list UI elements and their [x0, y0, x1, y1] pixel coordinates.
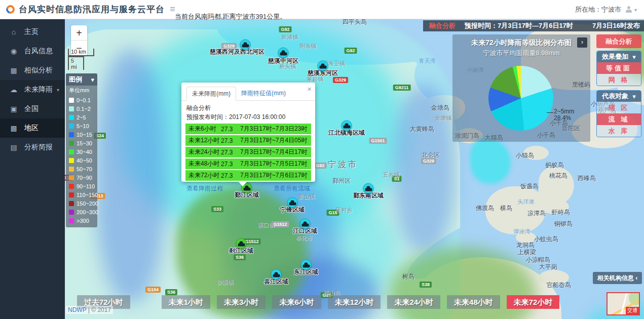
rain-value: 27.3: [221, 126, 240, 133]
traffic-minimap[interactable]: 交通: [607, 292, 640, 315]
layer-button-水库[interactable]: 水 库: [597, 125, 641, 137]
legend-swatch: [69, 158, 74, 163]
forecast-strip: 融合分析 预报时间：7月3日17时—7月6日17时 7月3日16时发布: [423, 20, 644, 31]
watershed-marker[interactable]: [236, 238, 247, 249]
legend-items: 0~0.10.1~22~55~1010~1515~3030~4040~5050~…: [66, 96, 97, 225]
time-button-未来48小时[interactable]: 未来48小时: [447, 295, 500, 309]
typhoon-logo-icon: [5, 4, 16, 15]
time-button-未来1小时[interactable]: 未来1小时: [162, 295, 210, 309]
watershed-rain-popup: × 未来降雨(mm)降雨特征值(mm) 融合分析 预报发布时间：2017-07-…: [181, 83, 315, 182]
group-header-代表对象[interactable]: 代表对象▾: [597, 91, 641, 102]
layer-button-网格[interactable]: 网 格: [597, 74, 641, 86]
road-badge-S38: S38: [420, 282, 432, 288]
typhoon-status-text: 当前台风南玛都,距离宁波市391公里。: [175, 12, 286, 21]
popup-tab-降雨特征值(mm)[interactable]: 降雨特征值(mm): [236, 87, 291, 100]
chevron-down-icon[interactable]: ▾: [634, 7, 637, 13]
sidebar-item-相似分析[interactable]: ▦相似分析: [0, 61, 65, 80]
road-badge-G92: G92: [279, 26, 291, 32]
group-header-效果叠加[interactable]: 效果叠加▾: [597, 51, 641, 62]
layer-button-辖区[interactable]: 辖 区: [597, 102, 641, 113]
hamburger-menu-icon[interactable]: ≡: [170, 4, 175, 15]
legend-range: 150~200: [77, 201, 98, 207]
sidebar-item-label: 主页: [24, 27, 39, 36]
ndwp-link[interactable]: NDWP: [68, 306, 86, 313]
legend-item: 70~90: [66, 173, 97, 182]
watershed-marker[interactable]: [287, 197, 298, 208]
watershed-marker[interactable]: [240, 39, 251, 50]
time-button-未来6小时[interactable]: 未来6小时: [272, 295, 321, 309]
rain-row: 未来12小时27.37月3日17时~7月4日05时: [185, 135, 311, 146]
rain-time-range: 7月3日17时~7月5日17时: [240, 160, 311, 168]
legend-item: 30~40: [66, 147, 97, 156]
sidebar-item-全国[interactable]: ▣全国: [0, 99, 65, 118]
legend-range: 200~300: [77, 209, 98, 215]
rain-blue-east: [394, 85, 455, 252]
popup-links: 查看降雨过程 查看所有流域: [181, 182, 315, 195]
layer-button-流域[interactable]: 流 域: [597, 113, 641, 125]
rain-cloud-icon: ☁: [9, 86, 18, 94]
bar-chart-icon: ▦: [9, 66, 18, 74]
sidebar-item-主页[interactable]: ⌂主页: [0, 22, 65, 42]
legend-swatch: [69, 141, 74, 146]
view-all-watersheds-link[interactable]: 查看所有流域: [274, 184, 310, 193]
map-viewport[interactable]: 慈溪西河及西北河区慈溪中河区慈溪东河区江北镇海区域鄞东南区域鄞江区域宁锋区域江口…: [65, 19, 644, 319]
related-org-info-button[interactable]: 相关机构信息 ‹: [593, 272, 642, 284]
close-icon[interactable]: ×: [307, 85, 312, 93]
watershed-marker[interactable]: [301, 260, 312, 270]
sidebar-item-label: 台风信息: [24, 47, 53, 56]
sidebar-item-未来降雨[interactable]: ☁未来降雨▾: [0, 80, 65, 99]
watershed-marker[interactable]: [300, 219, 311, 229]
legend-swatch: [69, 210, 74, 215]
watershed-marker[interactable]: [271, 269, 282, 280]
legend-swatch: [69, 201, 74, 206]
legend-swatch: [69, 175, 74, 180]
land-isle5: [539, 270, 569, 285]
sidebar-item-分析简报[interactable]: ▤分析简报: [0, 138, 65, 157]
watershed-marker[interactable]: [318, 61, 328, 71]
group-title: 代表对象: [602, 92, 628, 101]
legend-item: 90~110: [66, 182, 97, 190]
time-range-bar: 过去72小时未来1小时未来3小时未来6小时未来12小时未来24小时未来48小时未…: [77, 295, 566, 309]
legend-item: 50~70: [66, 165, 97, 173]
rain-period: 未来24小时: [185, 148, 221, 156]
app-title: 台风实时信息防汛应用与服务云平台: [19, 4, 165, 15]
legend-title: 图例: [69, 75, 82, 84]
sidebar-item-label: 未来降雨: [24, 85, 53, 94]
road-badge-G15: G15: [326, 210, 339, 216]
rain-cyan-strip-east: [470, 138, 511, 184]
time-button-未来72小时[interactable]: 未来72小时: [507, 295, 560, 309]
time-button-未来24小时[interactable]: 未来24小时: [387, 295, 440, 309]
road-badge-G329: G329: [221, 43, 237, 49]
user-icon[interactable]: [625, 6, 632, 13]
time-button-未来12小时[interactable]: 未来12小时: [328, 295, 381, 309]
layer-button-等值面[interactable]: 等值面: [597, 62, 641, 74]
legend-swatch: [69, 218, 74, 223]
legend-swatch: [69, 115, 74, 120]
legend-range: >300: [77, 218, 89, 224]
land-liuheng: [485, 186, 546, 234]
popup-tab-未来降雨(mm)[interactable]: 未来降雨(mm): [186, 87, 236, 101]
sidebar-item-label: 全国: [24, 104, 39, 113]
sidebar-item-地区[interactable]: ▩地区: [0, 118, 65, 138]
legend-item: 5~10: [66, 122, 97, 130]
map-label-小蚊虫岛: 小蚊虫岛: [534, 235, 558, 244]
panel-expand-button[interactable]: ›: [577, 37, 587, 48]
sidebar-nav: ⌂主页◉台风信息▦相似分析☁未来降雨▾▣全国▩地区▤分析简报: [0, 19, 65, 319]
watershed-marker[interactable]: [363, 183, 374, 194]
legend-range: 110~150: [77, 192, 98, 198]
region-map-icon: ▩: [9, 124, 18, 132]
time-button-未来3小时[interactable]: 未来3小时: [217, 295, 266, 309]
view-rain-process-link[interactable]: 查看降雨过程: [186, 184, 223, 193]
copyright-year: | © 2017: [88, 306, 111, 313]
chevron-down-icon: ▾: [632, 53, 636, 61]
legend-swatch: [69, 132, 74, 137]
legend-range: 0~0.1: [77, 97, 91, 103]
sidebar-item-台风信息[interactable]: ◉台风信息: [0, 42, 65, 61]
legend-header[interactable]: 图例 ▾: [66, 73, 97, 86]
rain-value: 27.3: [221, 149, 240, 156]
fusion-analysis-button[interactable]: 融合分析: [596, 34, 641, 48]
rain-time-range: 7月3日17时~7月4日17时: [240, 148, 311, 156]
watershed-marker[interactable]: [278, 48, 289, 58]
zoom-in-button[interactable]: +: [71, 25, 87, 41]
watershed-marker[interactable]: [342, 121, 352, 131]
